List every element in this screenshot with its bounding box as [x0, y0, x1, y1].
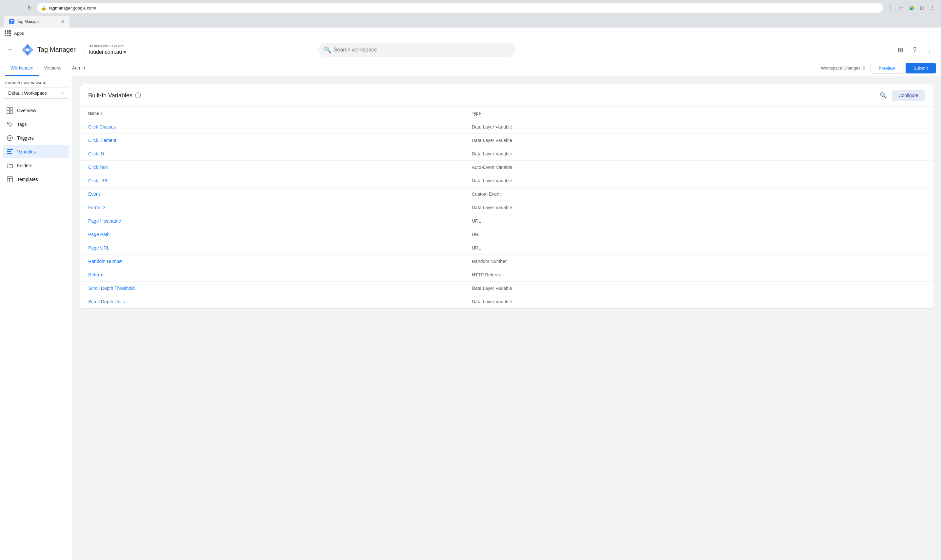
- variable-name-link[interactable]: Scroll Depth Units: [88, 299, 125, 304]
- variable-type-cell: Data Layer Variable: [464, 174, 933, 188]
- sidebar-item-variables[interactable]: Variables: [3, 145, 69, 158]
- breadcrumb-account: Louder: [112, 44, 123, 48]
- variable-name-link[interactable]: Click Text: [88, 165, 108, 170]
- variable-name-link[interactable]: Event: [88, 191, 100, 197]
- preview-button[interactable]: Preview: [870, 63, 903, 74]
- search-icon: 🔍: [324, 46, 331, 54]
- address-url: tagmanager.google.com/: [49, 6, 879, 11]
- card-title: Built-In Variables ⓘ: [88, 91, 141, 99]
- browser-chrome: ← → ↻ 🔒 tagmanager.google.com/ ⇧ ☆ 🧩 ⊡ ⋮…: [0, 0, 941, 28]
- search-input[interactable]: [334, 47, 509, 53]
- variable-name-link[interactable]: Click URL: [88, 178, 109, 183]
- workspace-item-chevron: ›: [62, 91, 64, 96]
- variable-name-cell: Referrer: [80, 268, 464, 282]
- help-icon[interactable]: ⓘ: [135, 91, 141, 99]
- variable-name-cell: Scroll Depth Units: [80, 295, 464, 309]
- svg-rect-12: [7, 153, 12, 154]
- variable-type-cell: Data Layer Variable: [464, 134, 933, 147]
- table-row: Click ElementData Layer Variable: [80, 134, 933, 147]
- back-to-accounts-button[interactable]: ←: [5, 45, 16, 55]
- reload-button[interactable]: ↻: [25, 3, 34, 12]
- submit-button[interactable]: Submit: [906, 63, 936, 74]
- sidebar-item-tags[interactable]: Tags: [3, 118, 69, 131]
- svg-rect-13: [7, 177, 12, 182]
- active-tab[interactable]: T Tag Manager ✕: [4, 16, 69, 28]
- variable-name-link[interactable]: Page Path: [88, 232, 109, 237]
- svg-point-7: [9, 123, 9, 124]
- more-options-button[interactable]: ⋮: [923, 43, 936, 56]
- variable-name-link[interactable]: Page URL: [88, 245, 109, 251]
- table-row: Scroll Depth UnitsData Layer Variable: [80, 295, 933, 309]
- help-button[interactable]: ?: [908, 43, 921, 56]
- variable-type-cell: Data Layer Variable: [464, 282, 933, 295]
- tab-close-button[interactable]: ✕: [61, 19, 64, 24]
- table-row: Random NumberRandom Number: [80, 255, 933, 268]
- workspace-changes-label: Workspace Changes: 0: [821, 66, 865, 71]
- tags-icon: [6, 121, 13, 128]
- sidebar-item-label-tags: Tags: [17, 122, 27, 127]
- bookmark-button[interactable]: ☆: [896, 3, 906, 12]
- variable-name-link[interactable]: Referrer: [88, 272, 105, 277]
- svg-rect-5: [7, 111, 9, 114]
- variable-name-link[interactable]: Click Classes: [88, 124, 116, 129]
- apps-bar: Apps: [0, 28, 941, 39]
- variable-type-cell: Data Layer Variable: [464, 295, 933, 309]
- variable-name-link[interactable]: Random Number: [88, 259, 123, 264]
- tab-workspace[interactable]: Workspace: [5, 60, 39, 76]
- workspace-name: louder.com.au: [89, 49, 122, 55]
- variable-type-cell: HTTP Referrer: [464, 268, 933, 282]
- variable-name-cell: Event: [80, 188, 464, 201]
- variable-name-link[interactable]: Form ID: [88, 205, 105, 210]
- forward-button[interactable]: →: [14, 3, 24, 12]
- sidebar-item-label-overview: Overview: [17, 108, 36, 113]
- address-bar[interactable]: 🔒 tagmanager.google.com/: [37, 3, 883, 13]
- apps-button[interactable]: ⊞: [894, 43, 907, 56]
- share-button[interactable]: ⇧: [886, 3, 895, 12]
- main-layout: CURRENT WORKSPACE Default Workspace › Ov…: [0, 76, 941, 560]
- sidebar-item-label-folders: Folders: [17, 163, 32, 168]
- extensions-button[interactable]: 🧩: [907, 3, 916, 12]
- tab-admin[interactable]: Admin: [66, 60, 90, 76]
- table-row: Click ClassesData Layer Variable: [80, 120, 933, 134]
- browser-actions: ⇧ ☆ 🧩 ⊡ ⋮: [886, 3, 937, 12]
- svg-rect-10: [7, 149, 13, 150]
- back-button[interactable]: ←: [4, 3, 13, 12]
- variable-name-cell: Form ID: [80, 201, 464, 214]
- svg-rect-11: [7, 151, 11, 152]
- workspace-selector[interactable]: louder.com.au ▾: [89, 49, 126, 56]
- sidebar-item-triggers[interactable]: Triggers: [3, 131, 69, 145]
- sidebar-item-folders[interactable]: Folders: [3, 159, 69, 172]
- table-row: Click TextAuto-Event Variable: [80, 161, 933, 174]
- sidebar-item-templates[interactable]: Templates: [3, 173, 69, 186]
- table-search-button[interactable]: 🔍: [877, 89, 889, 101]
- variable-type-cell: Data Layer Variable: [464, 120, 933, 134]
- sidebar-item-overview[interactable]: Overview: [3, 104, 69, 117]
- breadcrumb: All accounts › Louder: [89, 44, 126, 48]
- browser-tabs: T Tag Manager ✕: [4, 16, 937, 28]
- gtm-logo-icon: [21, 43, 34, 56]
- workspace-item[interactable]: Default Workspace ›: [3, 88, 69, 99]
- svg-rect-6: [10, 111, 13, 114]
- more-button[interactable]: ⋮: [928, 3, 937, 12]
- variable-name-link[interactable]: Click ID: [88, 151, 104, 156]
- table-row: Form IDData Layer Variable: [80, 201, 933, 214]
- triggers-icon: [6, 135, 13, 141]
- tab-versions[interactable]: Versions: [39, 60, 67, 76]
- breadcrumb-all-accounts[interactable]: All accounts: [89, 44, 109, 48]
- profile-button[interactable]: ⊡: [917, 3, 927, 12]
- apps-grid-icon: [4, 29, 11, 37]
- table-row: Page HostnameURL: [80, 214, 933, 228]
- search-box[interactable]: 🔍: [318, 43, 515, 57]
- variables-icon: [6, 149, 13, 155]
- configure-button[interactable]: Configure: [892, 90, 925, 101]
- gtm-logo-text: Tag Manager: [37, 46, 76, 54]
- content-area: Built-In Variables ⓘ 🔍 Configure Name ↑: [72, 76, 941, 560]
- sidebar: CURRENT WORKSPACE Default Workspace › Ov…: [0, 76, 72, 560]
- variable-name-cell: Page URL: [80, 241, 464, 255]
- variable-name-link[interactable]: Page Hostname: [88, 218, 121, 224]
- sort-icon[interactable]: ↑: [100, 111, 103, 116]
- variable-type-cell: Auto-Event Variable: [464, 161, 933, 174]
- variable-name-link[interactable]: Scroll Depth Threshold: [88, 286, 135, 291]
- variable-type-cell: Custom Event: [464, 188, 933, 201]
- variable-name-link[interactable]: Click Element: [88, 138, 116, 143]
